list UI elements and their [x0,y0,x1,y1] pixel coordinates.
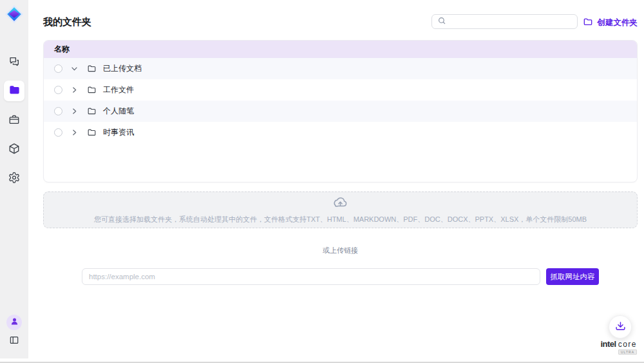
folder-icon [8,84,21,99]
url-input[interactable] [82,268,540,285]
folder-row[interactable]: 时事资讯 [44,122,637,143]
folder-name: 个人随笔 [103,106,134,117]
folder-table: 名称 已上传文档 工作文件 [43,40,638,182]
create-folder-button[interactable]: 创建文件夹 [583,17,638,29]
search-icon [437,16,446,28]
download-icon [615,320,626,334]
folder-icon [87,106,97,117]
table-header-row: 名称 [44,41,637,58]
row-checkbox[interactable] [54,128,62,137]
chevron-right-icon[interactable] [70,64,79,73]
panel-layout-icon [9,335,20,348]
core-word: core [618,340,637,349]
search-box [431,14,578,29]
app-logo-icon [5,5,24,24]
gear-icon [8,172,21,186]
sidebar-item-profile[interactable] [6,315,22,330]
download-button[interactable] [609,315,632,338]
folder-plus-icon [583,17,593,29]
sidebar-item-settings[interactable] [8,172,21,186]
folder-name: 已上传文档 [103,63,142,74]
folder-row[interactable]: 个人随笔 [44,101,637,122]
row-checkbox[interactable] [54,107,62,115]
sidebar [0,0,28,358]
sidebar-item-chat[interactable] [8,55,21,70]
folder-icon [87,128,97,138]
sidebar-item-folders-active[interactable] [4,81,24,101]
folder-row[interactable]: 工作文件 [44,79,637,101]
upload-hint-text: 您可直接选择加载文件夹，系统自动处理其中的文件，文件格式支持TXT、HTML、M… [94,215,587,224]
briefcase-icon [8,113,21,128]
user-avatar-icon [10,317,19,329]
folder-icon [87,85,97,95]
or-upload-link-label: 或上传链接 [43,246,638,255]
folder-name: 工作文件 [103,84,134,95]
cloud-upload-icon [333,195,348,213]
chevron-right-icon[interactable] [70,128,79,137]
folder-icon [87,64,97,74]
column-header-name: 名称 [54,44,70,55]
create-folder-label: 创建文件夹 [598,17,638,28]
app-window: 我的文件夹 创建文件夹 名称 [0,0,644,363]
cube-icon [8,142,21,157]
chevron-right-icon[interactable] [70,107,79,115]
chevron-right-icon[interactable] [70,86,79,94]
search-input[interactable] [450,18,577,26]
upload-dropzone[interactable]: 您可直接选择加载文件夹，系统自动处理其中的文件，文件格式支持TXT、HTML、M… [43,191,638,228]
intel-core-logo: intel core ultra [600,339,637,355]
chat-icon [8,55,21,70]
intel-word: intel [600,339,616,349]
ultra-badge: ultra [618,349,637,355]
sidebar-item-briefcase[interactable] [8,113,21,128]
row-checkbox[interactable] [54,86,62,94]
sidebar-item-cube[interactable] [8,142,21,157]
folder-name: 时事资讯 [103,127,134,138]
url-upload-row: 抓取网址内容 [43,268,638,285]
fetch-url-button[interactable]: 抓取网址内容 [546,268,599,285]
folder-row[interactable]: 已上传文档 [44,58,637,79]
page-title: 我的文件夹 [43,16,91,28]
row-checkbox[interactable] [54,64,62,73]
main-content: 我的文件夹 创建文件夹 名称 [28,0,644,363]
sidebar-item-collapse-panel[interactable] [9,335,20,348]
